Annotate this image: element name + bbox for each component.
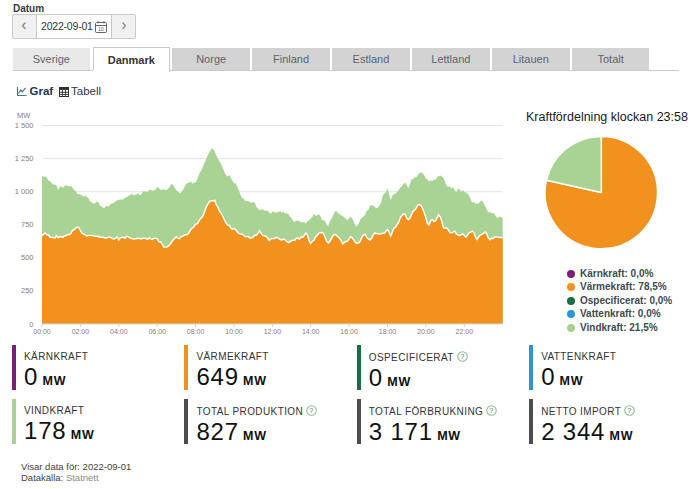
svg-text:?: ? xyxy=(627,406,631,415)
svg-text:?: ? xyxy=(489,406,493,415)
svg-text:?: ? xyxy=(460,352,464,361)
svg-text:?: ? xyxy=(309,406,313,415)
